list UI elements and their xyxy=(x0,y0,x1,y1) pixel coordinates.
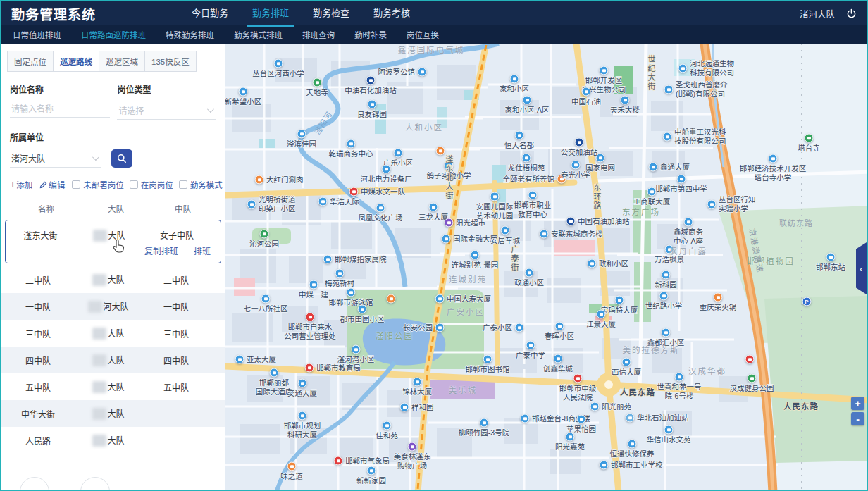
poi-marker[interactable] xyxy=(622,358,631,367)
logout-power-icon[interactable] xyxy=(846,8,857,19)
poi-marker[interactable] xyxy=(596,154,605,163)
poi-marker[interactable] xyxy=(297,130,306,139)
panel-collapse-handle[interactable]: ‹ xyxy=(856,242,867,294)
panel-tab[interactable]: 135快反区 xyxy=(144,51,197,72)
poi-marker[interactable] xyxy=(647,187,657,197)
poi-marker[interactable] xyxy=(745,355,755,364)
post-type-select[interactable]: 请选择 xyxy=(117,101,216,120)
poi-marker[interactable] xyxy=(575,138,584,147)
poi-marker[interactable] xyxy=(501,226,510,235)
table-row[interactable]: 滏东大街大队女子中队复制排班排班 xyxy=(5,220,221,263)
poi-marker[interactable] xyxy=(662,328,671,337)
poi-marker[interactable] xyxy=(358,305,367,314)
table-row[interactable]: 四中队大队四中队 xyxy=(1,347,225,373)
poi-marker[interactable] xyxy=(239,87,248,97)
poi-marker[interactable] xyxy=(305,363,314,373)
poi-marker[interactable] xyxy=(802,297,812,306)
unit-select[interactable]: 渚河大队 xyxy=(10,149,101,168)
table-row[interactable]: 二中队大队二中队 xyxy=(1,266,225,293)
poi-marker[interactable] xyxy=(235,355,244,364)
poi-marker[interactable] xyxy=(526,341,535,350)
poi-marker[interactable] xyxy=(510,75,519,84)
poi-marker[interactable] xyxy=(366,76,376,85)
table-row[interactable]: 五中队大队五中队 xyxy=(1,373,225,400)
poi-marker[interactable] xyxy=(298,379,307,388)
table-row[interactable]: 一中队河大队一中队 xyxy=(1,293,225,320)
poi-marker[interactable] xyxy=(574,374,583,383)
poi-marker[interactable] xyxy=(429,203,438,212)
poi-marker[interactable] xyxy=(521,414,530,423)
poi-marker[interactable] xyxy=(769,154,778,163)
current-unit-label[interactable]: 渚河大队 xyxy=(800,7,835,20)
filter-checkbox[interactable]: 未部署岗位 xyxy=(72,179,124,190)
poi-marker[interactable] xyxy=(571,161,581,170)
poi-marker[interactable] xyxy=(677,175,686,184)
poi-marker[interactable] xyxy=(659,292,669,301)
poi-marker[interactable] xyxy=(522,154,531,163)
zoom-in-button[interactable]: + xyxy=(851,397,864,410)
subnav-item[interactable]: 日常值班排班 xyxy=(13,29,61,40)
subnav-item[interactable]: 特殊勤务排班 xyxy=(166,29,214,40)
poi-marker[interactable] xyxy=(247,200,256,209)
poi-marker[interactable] xyxy=(435,323,445,332)
poi-marker[interactable] xyxy=(540,230,549,239)
row-action-排班[interactable]: 排班 xyxy=(194,244,211,256)
poi-marker[interactable] xyxy=(490,192,500,201)
edit-button[interactable]: 编辑 xyxy=(39,179,65,190)
poi-marker[interactable] xyxy=(445,161,454,170)
poi-marker[interactable] xyxy=(483,355,492,364)
poi-marker[interactable] xyxy=(557,175,566,184)
poi-marker[interactable] xyxy=(748,374,757,383)
poi-marker[interactable] xyxy=(368,100,377,109)
poi-marker[interactable] xyxy=(408,442,417,452)
panel-tab[interactable]: 巡逻区域 xyxy=(99,51,145,72)
poi-marker[interactable] xyxy=(628,440,637,449)
poi-marker[interactable] xyxy=(590,402,600,411)
poi-marker[interactable] xyxy=(323,255,333,264)
poi-marker[interactable] xyxy=(387,294,396,304)
poi-marker[interactable] xyxy=(664,85,674,94)
poi-marker[interactable] xyxy=(554,354,563,363)
poi-marker[interactable] xyxy=(805,134,814,143)
poi-marker[interactable] xyxy=(435,294,445,304)
poi-marker[interactable] xyxy=(306,313,315,322)
poi-marker[interactable] xyxy=(621,96,630,105)
poi-marker[interactable] xyxy=(480,418,489,428)
search-button[interactable] xyxy=(111,149,132,168)
poi-marker[interactable] xyxy=(582,87,591,97)
poi-marker[interactable] xyxy=(707,200,717,209)
poi-marker[interactable] xyxy=(615,296,624,305)
poi-marker[interactable] xyxy=(270,368,279,378)
poi-marker[interactable] xyxy=(347,139,356,149)
add-button[interactable]: +添加 xyxy=(10,179,32,190)
nav-item[interactable]: 勤务考核 xyxy=(372,1,411,25)
poi-marker[interactable] xyxy=(684,218,693,227)
poi-marker[interactable] xyxy=(471,251,480,260)
poi-marker[interactable] xyxy=(566,433,575,442)
poi-marker[interactable] xyxy=(445,218,454,228)
poi-marker[interactable] xyxy=(376,204,385,213)
poi-marker[interactable] xyxy=(515,131,524,140)
subnav-item[interactable]: 勤务模式排班 xyxy=(234,29,283,40)
poi-marker[interactable] xyxy=(309,280,318,290)
panel-tab[interactable]: 固定点位 xyxy=(7,51,54,72)
pagination-prev-button[interactable] xyxy=(20,477,49,490)
panel-tab[interactable]: 巡逻路线 xyxy=(53,51,99,72)
row-action-复制排班[interactable]: 复制排班 xyxy=(144,244,178,256)
poi-marker[interactable] xyxy=(347,288,356,297)
poi-marker[interactable] xyxy=(349,187,359,197)
poi-marker[interactable] xyxy=(287,462,297,471)
subnav-item[interactable]: 勤时补录 xyxy=(354,29,387,40)
poi-marker[interactable] xyxy=(394,149,403,158)
poi-marker[interactable] xyxy=(665,245,674,254)
poi-marker[interactable] xyxy=(382,165,391,174)
poi-marker[interactable] xyxy=(418,68,427,77)
poi-marker[interactable] xyxy=(626,414,635,423)
poi-marker[interactable] xyxy=(400,403,409,412)
poi-marker[interactable] xyxy=(597,310,606,319)
poi-marker[interactable] xyxy=(588,259,597,268)
poi-marker[interactable] xyxy=(600,66,609,75)
subnav-item[interactable]: 排班查询 xyxy=(302,29,335,40)
poi-marker[interactable] xyxy=(383,421,392,430)
poi-marker[interactable] xyxy=(678,64,688,73)
